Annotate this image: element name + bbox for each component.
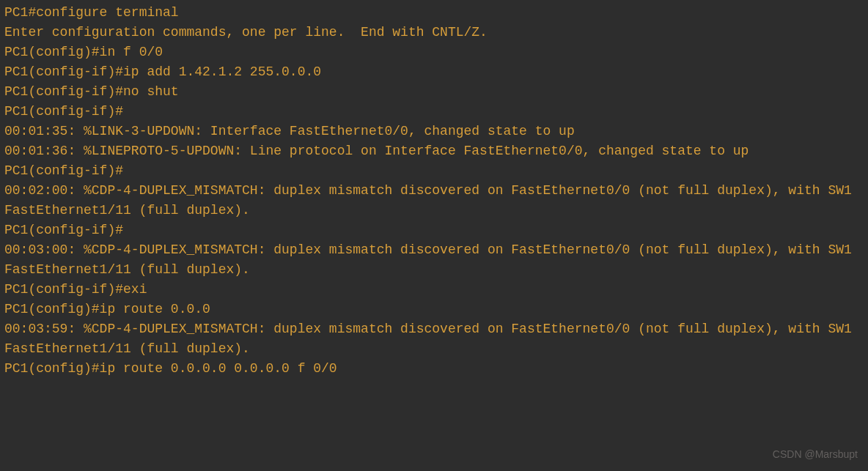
watermark-text: CSDN @Marsbupt xyxy=(773,447,858,462)
terminal-line: 00:01:36: %LINEPROTO-5-UPDOWN: Line prot… xyxy=(4,141,864,161)
terminal-line: Enter configuration commands, one per li… xyxy=(4,23,864,42)
terminal-line: PC1(config-if)# xyxy=(4,102,864,122)
terminal-line: PC1(config-if)#exi xyxy=(4,280,864,300)
terminal-output[interactable]: PC1#configure terminal Enter configurati… xyxy=(4,3,864,379)
terminal-line: 00:03:00: %CDP-4-DUPLEX_MISMATCH: duplex… xyxy=(4,240,864,280)
terminal-line: PC1(config)#ip route 0.0.0 xyxy=(4,300,864,319)
terminal-line: PC1(config-if)# xyxy=(4,161,864,181)
terminal-line: PC1(config-if)# xyxy=(4,220,864,240)
terminal-line: PC1(config)#in f 0/0 xyxy=(4,42,864,62)
terminal-line: PC1(config-if)#no shut xyxy=(4,82,864,102)
terminal-line: 00:01:35: %LINK-3-UPDOWN: Interface Fast… xyxy=(4,122,864,141)
terminal-line: PC1(config-if)#ip add 1.42.1.2 255.0.0.0 xyxy=(4,62,864,82)
terminal-line: PC1(config)#ip route 0.0.0.0 0.0.0.0 f 0… xyxy=(4,359,864,379)
terminal-line: 00:03:59: %CDP-4-DUPLEX_MISMATCH: duplex… xyxy=(4,319,864,359)
terminal-line: 00:02:00: %CDP-4-DUPLEX_MISMATCH: duplex… xyxy=(4,181,864,220)
terminal-line: PC1#configure terminal xyxy=(4,3,864,23)
